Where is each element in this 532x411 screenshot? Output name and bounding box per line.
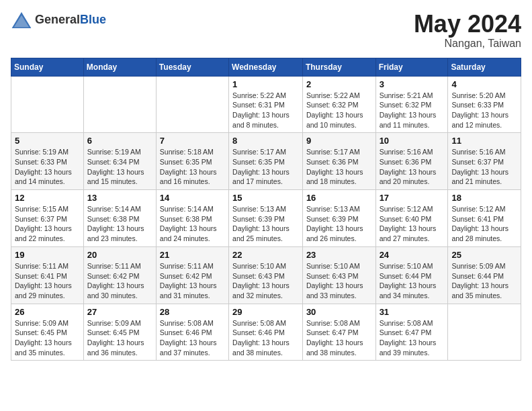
day-number: 19 [15, 250, 80, 260]
logo: GeneralBlue [11, 11, 106, 30]
day-number: 8 [232, 136, 299, 146]
day-number: 7 [160, 136, 225, 146]
day-number: 6 [87, 136, 152, 146]
calendar-cell: 18Sunrise: 5:12 AMSunset: 6:41 PMDayligh… [448, 190, 521, 247]
title-block: May 2024 Nangan, Taiwan [414, 11, 521, 50]
calendar-cell [11, 76, 84, 133]
calendar-cell: 19Sunrise: 5:11 AMSunset: 6:41 PMDayligh… [11, 246, 84, 304]
day-number: 1 [232, 79, 299, 89]
weekday-header: Sunday [11, 58, 84, 76]
calendar-cell: 24Sunrise: 5:10 AMSunset: 6:44 PMDayligh… [375, 246, 448, 304]
day-number: 5 [15, 136, 80, 146]
day-number: 3 [380, 79, 445, 89]
day-info: Sunrise: 5:13 AMSunset: 6:39 PMDaylight:… [232, 204, 299, 244]
calendar-week-row: 1Sunrise: 5:22 AMSunset: 6:31 PMDaylight… [11, 76, 521, 133]
day-number: 20 [87, 250, 152, 260]
day-info: Sunrise: 5:16 AMSunset: 6:36 PMDaylight:… [380, 147, 445, 187]
day-number: 4 [451, 79, 517, 89]
day-info: Sunrise: 5:11 AMSunset: 6:41 PMDaylight:… [15, 261, 80, 301]
day-number: 30 [306, 307, 372, 317]
calendar-cell: 30Sunrise: 5:08 AMSunset: 6:47 PMDayligh… [302, 304, 375, 361]
day-number: 21 [160, 250, 225, 260]
day-number: 12 [15, 193, 80, 203]
day-number: 25 [451, 250, 517, 260]
calendar-cell [156, 76, 228, 133]
day-info: Sunrise: 5:14 AMSunset: 6:38 PMDaylight:… [87, 204, 152, 244]
calendar-cell: 7Sunrise: 5:18 AMSunset: 6:35 PMDaylight… [156, 133, 228, 190]
day-info: Sunrise: 5:21 AMSunset: 6:32 PMDaylight:… [380, 91, 445, 130]
day-info: Sunrise: 5:09 AMSunset: 6:44 PMDaylight:… [451, 261, 517, 301]
day-number: 2 [306, 79, 372, 89]
calendar-cell: 25Sunrise: 5:09 AMSunset: 6:44 PMDayligh… [448, 246, 521, 304]
calendar-cell: 5Sunrise: 5:19 AMSunset: 6:33 PMDaylight… [11, 133, 84, 190]
calendar-cell: 9Sunrise: 5:17 AMSunset: 6:36 PMDaylight… [302, 133, 375, 190]
day-info: Sunrise: 5:10 AMSunset: 6:43 PMDaylight:… [232, 261, 299, 301]
calendar-cell: 13Sunrise: 5:14 AMSunset: 6:38 PMDayligh… [83, 190, 156, 247]
calendar-cell: 1Sunrise: 5:22 AMSunset: 6:31 PMDaylight… [229, 76, 303, 133]
calendar-cell: 4Sunrise: 5:20 AMSunset: 6:33 PMDaylight… [448, 76, 521, 133]
day-number: 17 [380, 193, 445, 203]
day-number: 14 [160, 193, 225, 203]
calendar-cell: 27Sunrise: 5:09 AMSunset: 6:45 PMDayligh… [83, 304, 156, 361]
day-number: 13 [87, 193, 152, 203]
day-info: Sunrise: 5:08 AMSunset: 6:47 PMDaylight:… [306, 318, 372, 358]
calendar-cell: 29Sunrise: 5:08 AMSunset: 6:46 PMDayligh… [229, 304, 303, 361]
calendar-cell [83, 76, 156, 133]
day-info: Sunrise: 5:22 AMSunset: 6:31 PMDaylight:… [232, 91, 299, 130]
day-number: 16 [306, 193, 372, 203]
logo-general: General [35, 13, 80, 26]
calendar-cell: 26Sunrise: 5:09 AMSunset: 6:45 PMDayligh… [11, 304, 84, 361]
logo-text: GeneralBlue [35, 13, 106, 27]
day-number: 31 [380, 307, 445, 317]
calendar-cell: 28Sunrise: 5:08 AMSunset: 6:46 PMDayligh… [156, 304, 228, 361]
day-info: Sunrise: 5:22 AMSunset: 6:32 PMDaylight:… [306, 91, 372, 130]
day-number: 26 [15, 307, 80, 317]
day-info: Sunrise: 5:12 AMSunset: 6:41 PMDaylight:… [451, 204, 517, 244]
weekday-header: Saturday [448, 58, 521, 76]
day-info: Sunrise: 5:17 AMSunset: 6:36 PMDaylight:… [306, 147, 372, 187]
day-info: Sunrise: 5:11 AMSunset: 6:42 PMDaylight:… [160, 261, 225, 301]
calendar-cell: 2Sunrise: 5:22 AMSunset: 6:32 PMDaylight… [302, 76, 375, 133]
calendar-cell: 21Sunrise: 5:11 AMSunset: 6:42 PMDayligh… [156, 246, 228, 304]
calendar-week-row: 12Sunrise: 5:15 AMSunset: 6:37 PMDayligh… [11, 190, 521, 247]
day-number: 22 [232, 250, 299, 260]
calendar-cell: 16Sunrise: 5:13 AMSunset: 6:39 PMDayligh… [302, 190, 375, 247]
day-info: Sunrise: 5:12 AMSunset: 6:40 PMDaylight:… [380, 204, 445, 244]
day-info: Sunrise: 5:09 AMSunset: 6:45 PMDaylight:… [87, 318, 152, 358]
day-info: Sunrise: 5:13 AMSunset: 6:39 PMDaylight:… [306, 204, 372, 244]
calendar-week-row: 5Sunrise: 5:19 AMSunset: 6:33 PMDaylight… [11, 133, 521, 190]
month-title: May 2024 [414, 11, 521, 38]
day-info: Sunrise: 5:20 AMSunset: 6:33 PMDaylight:… [451, 91, 517, 130]
calendar-cell: 8Sunrise: 5:17 AMSunset: 6:35 PMDaylight… [229, 133, 303, 190]
page-header: GeneralBlue May 2024 Nangan, Taiwan [11, 11, 521, 50]
calendar-cell [448, 304, 521, 361]
day-number: 9 [306, 136, 372, 146]
day-number: 11 [451, 136, 517, 146]
calendar-cell: 3Sunrise: 5:21 AMSunset: 6:32 PMDaylight… [375, 76, 448, 133]
calendar-cell: 31Sunrise: 5:08 AMSunset: 6:47 PMDayligh… [375, 304, 448, 361]
calendar-cell: 15Sunrise: 5:13 AMSunset: 6:39 PMDayligh… [229, 190, 303, 247]
day-number: 28 [160, 307, 225, 317]
day-info: Sunrise: 5:08 AMSunset: 6:46 PMDaylight:… [160, 318, 225, 358]
calendar-cell: 10Sunrise: 5:16 AMSunset: 6:36 PMDayligh… [375, 133, 448, 190]
calendar-cell: 14Sunrise: 5:14 AMSunset: 6:38 PMDayligh… [156, 190, 228, 247]
day-info: Sunrise: 5:10 AMSunset: 6:44 PMDaylight:… [380, 261, 445, 301]
weekday-header: Tuesday [156, 58, 228, 76]
day-number: 10 [380, 136, 445, 146]
day-info: Sunrise: 5:15 AMSunset: 6:37 PMDaylight:… [15, 204, 80, 244]
day-info: Sunrise: 5:08 AMSunset: 6:47 PMDaylight:… [380, 318, 445, 358]
calendar-cell: 6Sunrise: 5:19 AMSunset: 6:34 PMDaylight… [83, 133, 156, 190]
day-info: Sunrise: 5:19 AMSunset: 6:33 PMDaylight:… [15, 147, 80, 187]
weekday-header: Wednesday [229, 58, 303, 76]
day-info: Sunrise: 5:14 AMSunset: 6:38 PMDaylight:… [160, 204, 225, 244]
location-title: Nangan, Taiwan [414, 38, 521, 50]
day-info: Sunrise: 5:19 AMSunset: 6:34 PMDaylight:… [87, 147, 152, 187]
calendar-week-row: 26Sunrise: 5:09 AMSunset: 6:45 PMDayligh… [11, 304, 521, 361]
day-info: Sunrise: 5:18 AMSunset: 6:35 PMDaylight:… [160, 147, 225, 187]
calendar-table: SundayMondayTuesdayWednesdayThursdayFrid… [11, 58, 521, 361]
calendar-cell: 23Sunrise: 5:10 AMSunset: 6:43 PMDayligh… [302, 246, 375, 304]
day-number: 23 [306, 250, 372, 260]
weekday-header: Thursday [302, 58, 375, 76]
logo-blue-text: Blue [80, 13, 106, 26]
day-info: Sunrise: 5:09 AMSunset: 6:45 PMDaylight:… [15, 318, 80, 358]
